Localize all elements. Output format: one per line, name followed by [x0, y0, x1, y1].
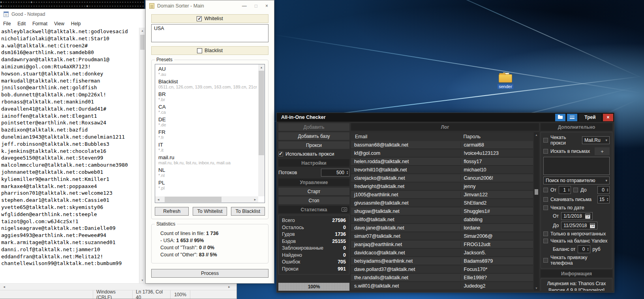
preset-item[interactable]: BR*.br: [158, 90, 257, 103]
stepper-arrows-icon[interactable]: ▴▾: [567, 188, 571, 192]
menu-file[interactable]: File: [3, 21, 11, 26]
log-row[interactable]: helen.rodda@talktalk.netflossy17: [351, 158, 533, 166]
to-blacklist-button[interactable]: To Blacklist: [231, 207, 265, 216]
scroll-right-icon[interactable]: ▸: [226, 284, 233, 290]
date-from-input[interactable]: 1/1/2018 14: [561, 212, 593, 220]
screenshot-icon[interactable]: [342, 207, 347, 212]
scroll-up-icon[interactable]: ▴: [258, 64, 265, 70]
log-row[interactable]: shugsw@talktalk.netShuggles1#: [351, 207, 533, 216]
menu-format[interactable]: Format: [32, 21, 47, 26]
check-by-date-checkbox[interactable]: [543, 205, 548, 210]
calendar-icon[interactable]: 14: [585, 214, 590, 219]
from-checkbox[interactable]: [543, 188, 548, 192]
tray-button[interactable]: Трей: [579, 114, 601, 121]
checker-titlebar[interactable]: All-in-One Checker Трей ×: [277, 113, 614, 122]
add-search-term-button[interactable]: +: [595, 147, 610, 155]
blacklist-checkbox[interactable]: [197, 48, 202, 53]
process-button[interactable]: Process: [151, 269, 268, 278]
close-button[interactable]: ×: [265, 4, 268, 8]
scroll-left-icon[interactable]: ◂: [1, 284, 8, 290]
scroll-up-icon[interactable]: ▴: [139, 28, 145, 34]
log-row[interactable]: j1005@earthlink.netJimvan122: [351, 191, 533, 199]
open-folder-button[interactable]: [555, 114, 565, 121]
download-letters-checkbox[interactable]: [543, 197, 548, 202]
desktop-folder-sender[interactable]: sender: [495, 73, 516, 90]
log-vertical-scrollbar[interactable]: ▲ ▼: [534, 132, 539, 291]
scroll-left-icon[interactable]: ◂: [155, 196, 161, 203]
log-row[interactable]: the.randalls@talktalk.netEllie1998?: [351, 274, 533, 282]
search-terms-textarea[interactable]: [543, 157, 610, 175]
log-row[interactable]: betsyadams@earthlink.netBadams6979: [351, 257, 533, 265]
stepper-arrows-icon[interactable]: ▴▾: [606, 188, 609, 192]
search-letters-checkbox[interactable]: [543, 149, 548, 154]
preset-item[interactable]: DE*.de: [158, 116, 257, 128]
presets-horizontal-scrollbar[interactable]: ◂ ▸: [155, 196, 258, 203]
whitelist-checkbox[interactable]: [197, 16, 202, 21]
notepad-horizontal-scrollbar[interactable]: ◂ ▸: [0, 283, 237, 290]
log-row[interactable]: jeanjaq@earthlink.netFROG12udt: [351, 241, 533, 249]
use-proxy-row[interactable]: Использовать прокси: [278, 150, 349, 158]
log-row[interactable]: trevorhill10@talktalk.netmichael10: [351, 166, 533, 174]
close-button[interactable]: ×: [603, 114, 613, 121]
scroll-right-icon[interactable]: ▸: [252, 196, 258, 203]
preset-item[interactable]: AU*.au: [158, 65, 257, 78]
log-row[interactable]: kellfo@talktalk.netdabbling: [351, 216, 533, 224]
add-button[interactable]: Добавить: [278, 123, 349, 131]
log-row[interactable]: clarejacko@talktalk.netCancun2006!: [351, 174, 533, 182]
menu-button[interactable]: [567, 114, 577, 121]
log-row[interactable]: simar07@talktalk.netSimar2006@: [351, 232, 533, 241]
date-to-input[interactable]: 11/25/2018 14: [561, 222, 597, 229]
threads-stepper[interactable]: 500 ▴▾: [321, 169, 349, 177]
scrollbar-thumb[interactable]: [535, 189, 538, 195]
log-row[interactable]: givusasmile@talktalk.netShEtland2: [351, 199, 533, 207]
scroll-up-icon[interactable]: ▲: [534, 132, 539, 137]
preset-item[interactable]: Blacklist0511.cn, 126.com, 139.com, 163.…: [158, 78, 257, 90]
whitelist-input[interactable]: USA: [151, 24, 268, 42]
scrollbar-thumb[interactable]: [165, 197, 222, 202]
preset-item[interactable]: PL*.pl: [158, 179, 257, 192]
calendar-icon[interactable]: 14: [590, 223, 595, 228]
to-whitelist-button[interactable]: To Whitelist: [193, 207, 227, 216]
to-checkbox[interactable]: [573, 188, 578, 192]
whitelist-toggle[interactable]: Whitelist: [151, 14, 268, 23]
notepad-vertical-scrollbar[interactable]: ▴ ▾: [139, 28, 145, 283]
from-stepper[interactable]: 1 ▴▾: [559, 186, 571, 194]
proxy-button[interactable]: Прокси: [278, 141, 349, 149]
log-row[interactable]: fredwright@talktalk.netjenny: [351, 182, 533, 191]
presets-list[interactable]: AU*.auBlacklist0511.cn, 126.com, 139.com…: [155, 64, 265, 203]
stop-button[interactable]: Стоп: [278, 197, 349, 204]
menu-edit[interactable]: Edit: [17, 21, 26, 26]
scroll-down-icon[interactable]: ▼: [534, 286, 539, 291]
menu-help[interactable]: Help: [71, 21, 81, 26]
search-by-sender-select[interactable]: Поиск по отправителю ▾: [543, 177, 610, 184]
check-balance-checkbox[interactable]: [543, 239, 548, 243]
start-button[interactable]: Старт: [278, 188, 349, 195]
proxy-service-select[interactable]: Mail.Ru ▾: [582, 136, 610, 144]
log-row[interactable]: dave.pollard37@talktalk.netFocus170*: [351, 265, 533, 274]
log-row[interactable]: davidcaco@talktalk.netJackson5.: [351, 249, 533, 257]
preset-item[interactable]: mail.rumail.ru, bk.ru, list.ru, inbox.ru…: [158, 154, 257, 166]
use-proxy-checkbox[interactable]: [278, 152, 283, 156]
log-row[interactable]: bassman68@talktalk.netcarmal68: [351, 141, 533, 149]
preset-item[interactable]: FR*.fr: [158, 128, 257, 141]
presets-vertical-scrollbar[interactable]: ▴: [258, 64, 265, 196]
blacklist-toggle[interactable]: Blacklist: [151, 46, 268, 55]
version-text[interactable]: Версия 4.9.8 [Changelog]: [543, 287, 610, 291]
scrollbar-thumb[interactable]: [140, 35, 145, 50]
download-letters-stepper[interactable]: 15 ▴▾: [597, 196, 610, 203]
log-row[interactable]: dave.jane@talktalk.netlordane: [351, 224, 533, 232]
check-proxy-checkbox[interactable]: [543, 138, 548, 143]
stepper-arrows-icon[interactable]: ▴▾: [586, 247, 590, 251]
log-row[interactable]: s.will01@talktalk.netJudedog2: [351, 282, 533, 290]
to-stepper[interactable]: 0 ▴▾: [597, 186, 610, 194]
scrollbar-thumb[interactable]: [259, 71, 264, 155]
menu-view[interactable]: View: [54, 21, 64, 26]
add-base-button[interactable]: Добавить базу: [278, 132, 349, 140]
preset-item[interactable]: CA*.ca: [158, 103, 257, 116]
preset-item[interactable]: IT*.it: [158, 141, 257, 154]
stepper-arrows-icon[interactable]: ▴▾: [345, 171, 349, 175]
balance-stepper[interactable]: 0 ▴▾: [578, 245, 590, 253]
preset-item[interactable]: NL*.nl: [158, 166, 257, 179]
check-phone-checkbox[interactable]: [543, 258, 548, 263]
only-unread-checkbox[interactable]: [543, 231, 548, 236]
